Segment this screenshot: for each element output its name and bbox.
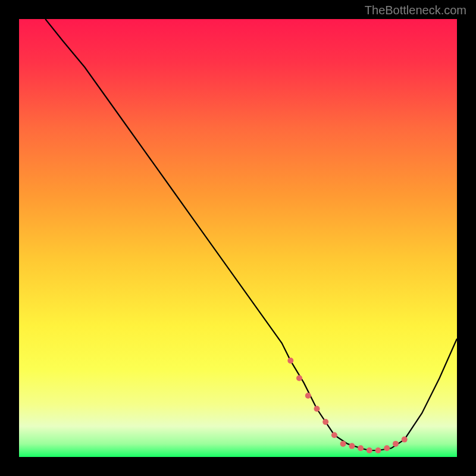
chart-frame [19, 19, 457, 457]
watermark-text: TheBottleneck.com [365, 4, 466, 17]
svg-rect-0 [19, 19, 457, 457]
gradient-background [19, 19, 457, 457]
plot-area [19, 19, 457, 457]
